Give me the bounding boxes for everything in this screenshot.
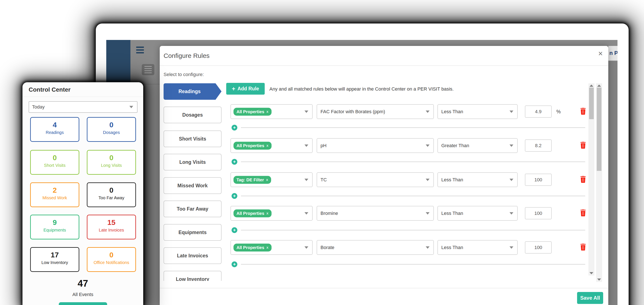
scope-multiselect[interactable]: All Properties x: [230, 138, 312, 153]
property-select[interactable]: TC: [317, 172, 434, 187]
save-all-button[interactable]: Save All: [577, 292, 603, 304]
chevron-down-icon: [510, 212, 513, 214]
value-input[interactable]: [525, 174, 552, 186]
dimmed-content-fragment: [608, 61, 618, 305]
panel-bottom-button[interactable]: [59, 302, 107, 305]
trash-icon[interactable]: [580, 209, 586, 217]
chevron-down-icon: [510, 144, 513, 147]
chip-remove-icon[interactable]: x: [266, 178, 268, 182]
value-input[interactable]: [525, 139, 552, 152]
comparator-select[interactable]: Less Than: [438, 172, 518, 187]
scrollbar-thumb[interactable]: [589, 88, 594, 119]
rule-row: Tag: DE Filter x TC Less Than: [160, 172, 608, 187]
scope-chip[interactable]: All Properties x: [234, 244, 272, 251]
tab-equipments[interactable]: Equipments: [164, 224, 222, 241]
counter-long-visits[interactable]: 0 Long Visits: [87, 150, 136, 175]
chevron-down-icon: [510, 110, 513, 113]
counter-equipments[interactable]: 9 Equipments: [30, 215, 79, 240]
property-select[interactable]: Bromine: [317, 206, 434, 221]
counter-readings[interactable]: 4 Readings: [30, 117, 79, 142]
counter-label: Dosages: [88, 130, 135, 135]
property-value: TC: [320, 177, 327, 183]
list-icon[interactable]: [142, 64, 154, 75]
value-input[interactable]: [525, 105, 552, 118]
all-events-label: All Events: [23, 292, 143, 297]
chip-remove-icon[interactable]: x: [266, 245, 268, 250]
value-input[interactable]: [525, 241, 552, 254]
close-icon[interactable]: ×: [598, 50, 603, 57]
rules-scrollbar[interactable]: [588, 83, 594, 276]
scroll-up-icon[interactable]: [590, 85, 593, 87]
modal-scrollbar[interactable]: [596, 83, 602, 282]
value-input[interactable]: [525, 207, 552, 219]
scope-chip[interactable]: All Properties x: [234, 108, 272, 116]
property-value: pH: [320, 143, 326, 148]
tab-readings-active[interactable]: Readings: [164, 83, 216, 100]
scrollbar-thumb[interactable]: [597, 88, 602, 171]
counter-short-visits[interactable]: 0 Short Visits: [30, 150, 79, 175]
counter-late-invoices[interactable]: 15 Late Invoices: [87, 215, 136, 240]
comparator-value: Greater Than: [441, 143, 469, 148]
unit-label: %: [556, 109, 560, 114]
control-center-panel: Control Center Today 4 Readings 0 Dosage…: [22, 82, 143, 305]
footer-divider: [160, 288, 608, 288]
truncated-header-link[interactable]: n P: [609, 50, 618, 56]
chip-remove-icon[interactable]: x: [266, 211, 268, 216]
counter-office-notifications[interactable]: 0 Office Notifications: [87, 247, 136, 272]
scroll-up-icon[interactable]: [597, 85, 601, 87]
property-select[interactable]: FAC Factor with Borates (ppm): [317, 104, 434, 119]
insert-rule-icon[interactable]: +: [232, 125, 237, 130]
scope-chip[interactable]: All Properties x: [234, 209, 272, 217]
chip-remove-icon[interactable]: x: [266, 110, 268, 114]
comparator-select[interactable]: Less Than: [438, 240, 518, 255]
counter-label: Office Notifications: [88, 260, 135, 265]
counter-value: 0: [88, 186, 135, 194]
counter-low-inventory[interactable]: 17 Low Inventory: [30, 247, 79, 272]
property-select[interactable]: Borate: [317, 240, 434, 255]
panel-title: Control Center: [29, 86, 70, 93]
chip-remove-icon[interactable]: x: [266, 144, 268, 148]
counter-missed-work[interactable]: 2 Missed Work: [30, 182, 79, 207]
chevron-down-icon: [304, 110, 308, 113]
property-select[interactable]: pH: [317, 138, 434, 153]
comparator-select[interactable]: Greater Than: [438, 138, 518, 153]
scope-chip[interactable]: Tag: DE Filter x: [234, 176, 271, 184]
counter-dosages[interactable]: 0 Dosages: [87, 117, 136, 142]
scope-multiselect[interactable]: All Properties x: [230, 240, 312, 255]
scroll-down-icon[interactable]: [590, 272, 593, 274]
modal-title: Configure Rules: [164, 52, 210, 59]
trash-icon[interactable]: [580, 142, 586, 149]
insert-rule-icon[interactable]: +: [232, 159, 237, 165]
all-events-count: 47: [23, 278, 143, 289]
trash-icon[interactable]: [580, 244, 586, 251]
scope-chip-label: All Properties: [236, 109, 264, 114]
scroll-down-icon[interactable]: [597, 279, 601, 281]
property-value: Borate: [320, 245, 334, 250]
hamburger-menu-icon[interactable]: [136, 46, 144, 53]
trash-icon[interactable]: [580, 176, 586, 183]
counter-label: Short Visits: [31, 163, 79, 168]
insert-rule-icon[interactable]: +: [232, 227, 237, 233]
scope-chip[interactable]: All Properties x: [234, 142, 272, 150]
panel-divider: [23, 96, 143, 97]
add-rule-button[interactable]: + Add Rule: [226, 83, 265, 95]
scope-multiselect[interactable]: Tag: DE Filter x: [230, 172, 312, 187]
counter-too-far-away[interactable]: 0 Too Far Away: [87, 182, 136, 207]
counter-value: 4: [31, 121, 79, 129]
comparator-value: Less Than: [441, 245, 463, 250]
comparator-select[interactable]: Less Than: [438, 206, 518, 221]
insert-rule-icon[interactable]: +: [232, 262, 237, 267]
counter-value: 15: [88, 218, 135, 227]
scope-multiselect[interactable]: All Properties x: [230, 104, 312, 119]
counter-label: Too Far Away: [88, 195, 135, 200]
tab-long-visits[interactable]: Long Visits: [164, 154, 222, 170]
period-select[interactable]: Today: [29, 101, 138, 113]
scope-chip-label: Tag: DE Filter: [236, 177, 264, 182]
trash-icon[interactable]: [580, 108, 586, 115]
tab-low-inventory[interactable]: Low Inventory: [164, 271, 222, 281]
insert-rule-separator: +: [232, 125, 591, 130]
comparator-select[interactable]: Less Than: [438, 104, 518, 119]
insert-rule-icon[interactable]: +: [232, 193, 237, 199]
scope-multiselect[interactable]: All Properties x: [230, 206, 312, 221]
counter-label: Late Invoices: [88, 228, 135, 233]
